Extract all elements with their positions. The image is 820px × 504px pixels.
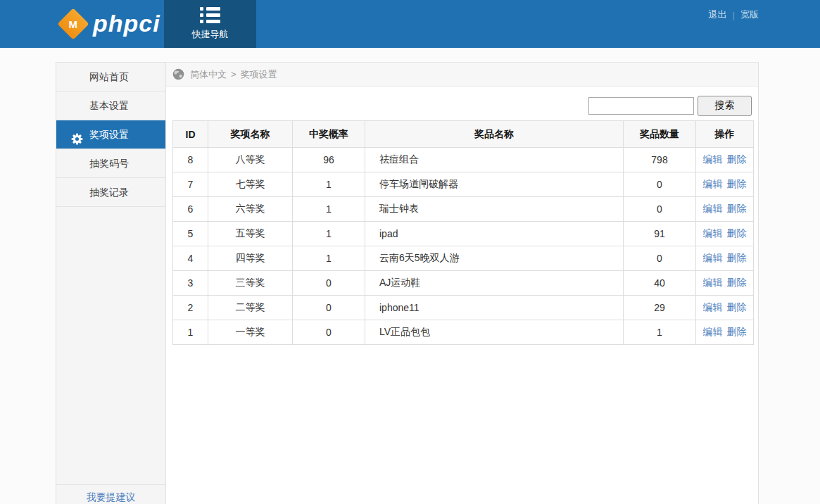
cell-id: 3 (173, 271, 208, 296)
sidebar-item-5[interactable]: 抽奖记录 (56, 178, 165, 207)
edit-link[interactable]: 编辑 (703, 277, 723, 288)
quick-nav-label: 快捷导航 (192, 28, 229, 41)
cell-actions: 编辑删除 (696, 172, 754, 197)
wide-version-link[interactable]: 宽版 (740, 8, 759, 21)
cell-id: 8 (173, 148, 208, 172)
cell-id: 4 (173, 246, 208, 271)
table-body: 8八等奖96祛痘组合798编辑删除7七等奖1停车场道闸破解器0编辑删除6六等奖1… (173, 148, 754, 345)
cell-quantity: 798 (624, 148, 696, 172)
cell-prize-name: 三等奖 (208, 271, 293, 296)
globe-icon (172, 68, 184, 80)
cell-product-name: AJ运动鞋 (365, 271, 624, 296)
col-probability: 中奖概率 (293, 121, 365, 148)
list-icon (200, 7, 220, 23)
cell-product-name: ipad (365, 222, 624, 246)
top-header: M phpci 快捷导航 退出 | 宽版 (0, 0, 820, 48)
brand-name: phpci (93, 10, 160, 37)
sidebar-item-4[interactable]: 抽奖码号 (56, 149, 165, 178)
search-input[interactable] (588, 97, 694, 115)
edit-link[interactable]: 编辑 (703, 153, 723, 165)
delete-link[interactable]: 删除 (727, 153, 747, 165)
cell-actions: 编辑删除 (696, 246, 754, 271)
cell-quantity: 29 (624, 296, 696, 320)
suggest-row: 我要提建议 (56, 484, 165, 504)
sidebar-item-label: 抽奖记录 (89, 187, 129, 198)
cell-product-name: 祛痘组合 (365, 148, 624, 172)
header-links: 退出 | 宽版 (709, 8, 759, 21)
col-actions: 操作 (696, 121, 754, 148)
cell-actions: 编辑删除 (696, 148, 754, 172)
edit-link[interactable]: 编辑 (703, 252, 723, 263)
sidebar-item-2[interactable]: 基本设置 (56, 92, 165, 120)
search-row: 搜索 (166, 95, 752, 116)
cell-product-name: iphone11 (365, 296, 624, 320)
cell-quantity: 1 (624, 320, 696, 345)
cell-quantity: 91 (624, 222, 696, 246)
cell-id: 2 (173, 296, 208, 320)
col-product-name: 奖品名称 (365, 121, 624, 148)
col-quantity: 奖品数量 (624, 121, 696, 148)
cell-prize-name: 一等奖 (208, 320, 293, 345)
prizes-table: ID 奖项名称 中奖概率 奖品名称 奖品数量 操作 8八等奖96祛痘组合798编… (172, 120, 754, 345)
delete-link[interactable]: 删除 (727, 301, 747, 313)
logo-diamond-icon: M (57, 8, 89, 39)
cell-product-name: LV正品包包 (365, 320, 624, 345)
col-id: ID (173, 121, 208, 148)
delete-link[interactable]: 删除 (727, 277, 747, 288)
sidebar-item-1[interactable]: 网站首页 (56, 63, 165, 92)
breadcrumb-separator: > (231, 69, 236, 80)
sidebar-item-3[interactable]: 奖项设置 (56, 120, 165, 149)
delete-link[interactable]: 删除 (727, 227, 747, 239)
cell-probability: 0 (293, 271, 365, 296)
quick-nav-button[interactable]: 快捷导航 (164, 0, 256, 48)
sidebar-item-label: 奖项设置 (89, 129, 129, 140)
cell-actions: 编辑删除 (696, 197, 754, 222)
sidebar-item-label: 抽奖码号 (89, 158, 129, 169)
cell-actions: 编辑删除 (696, 320, 754, 345)
cell-prize-name: 七等奖 (208, 172, 293, 197)
edit-link[interactable]: 编辑 (703, 178, 723, 189)
cell-product-name: 停车场道闸破解器 (365, 172, 624, 197)
cell-probability: 0 (293, 320, 365, 345)
breadcrumb-page: 奖项设置 (241, 68, 277, 81)
cell-id: 6 (173, 197, 208, 222)
gear-icon (70, 128, 84, 141)
cell-id: 7 (173, 172, 208, 197)
edit-link[interactable]: 编辑 (703, 301, 723, 313)
cell-prize-name: 五等奖 (208, 222, 293, 246)
cell-product-name: 瑞士钟表 (365, 197, 624, 222)
edit-link[interactable]: 编辑 (703, 203, 723, 214)
table-row: 8八等奖96祛痘组合798编辑删除 (173, 148, 754, 172)
cell-id: 1 (173, 320, 208, 345)
search-button[interactable]: 搜索 (698, 96, 752, 116)
table-row: 7七等奖1停车场道闸破解器0编辑删除 (173, 172, 754, 197)
table-row: 6六等奖1瑞士钟表0编辑删除 (173, 197, 754, 222)
edit-link[interactable]: 编辑 (703, 326, 723, 337)
cell-prize-name: 四等奖 (208, 246, 293, 271)
delete-link[interactable]: 删除 (727, 252, 747, 263)
table-header-row: ID 奖项名称 中奖概率 奖品名称 奖品数量 操作 (173, 121, 754, 148)
delete-link[interactable]: 删除 (727, 178, 747, 189)
cell-actions: 编辑删除 (696, 271, 754, 296)
delete-link[interactable]: 删除 (727, 203, 747, 214)
main-content: 简体中文 > 奖项设置 搜索 ID 奖项名称 中奖概率 奖品名称 奖品数量 操作… (166, 62, 759, 504)
delete-link[interactable]: 删除 (727, 326, 747, 337)
table-row: 2二等奖0iphone1129编辑删除 (173, 296, 754, 320)
sidebar-item-label: 基本设置 (89, 100, 129, 111)
suggest-link[interactable]: 我要提建议 (87, 491, 136, 503)
sidebar-menu: 网站首页基本设置奖项设置抽奖码号抽奖记录 (56, 63, 165, 207)
col-prize-name: 奖项名称 (208, 121, 293, 148)
table-row: 1一等奖0LV正品包包1编辑删除 (173, 320, 754, 345)
cell-quantity: 0 (624, 246, 696, 271)
cell-quantity: 0 (624, 172, 696, 197)
table-row: 3三等奖0AJ运动鞋40编辑删除 (173, 271, 754, 296)
cell-prize-name: 八等奖 (208, 148, 293, 172)
breadcrumb-language: 简体中文 (190, 68, 227, 81)
logout-link[interactable]: 退出 (709, 8, 727, 21)
edit-link[interactable]: 编辑 (703, 227, 723, 239)
cell-prize-name: 六等奖 (208, 197, 293, 222)
cell-product-name: 云南6天5晚双人游 (365, 246, 624, 271)
sidebar: 网站首页基本设置奖项设置抽奖码号抽奖记录 我要提建议 (56, 62, 166, 504)
cell-quantity: 0 (624, 197, 696, 222)
cell-probability: 1 (293, 197, 365, 222)
